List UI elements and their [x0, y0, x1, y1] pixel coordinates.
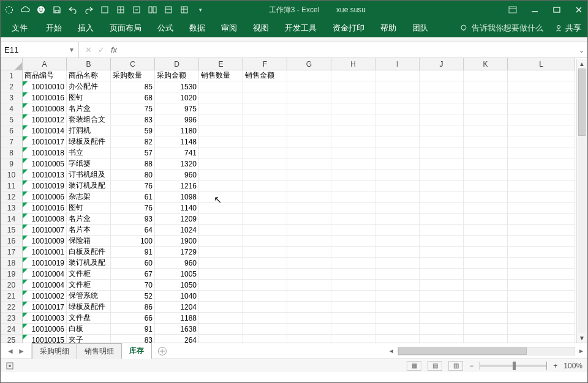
cell[interactable]: [331, 203, 375, 214]
cell[interactable]: 夹子: [67, 335, 111, 343]
cell[interactable]: 销售数量: [199, 70, 243, 81]
sheet-next-icon[interactable]: ►: [18, 347, 25, 355]
cell[interactable]: 1188: [155, 313, 199, 324]
cell[interactable]: [508, 236, 575, 247]
cell[interactable]: 91: [111, 247, 155, 258]
cell[interactable]: [375, 125, 420, 136]
cell[interactable]: [508, 147, 575, 158]
cell[interactable]: [420, 180, 464, 192]
cell[interactable]: [287, 324, 331, 335]
tab-help[interactable]: 帮助: [378, 19, 399, 37]
zoom-slider[interactable]: [480, 365, 547, 367]
cell[interactable]: [287, 169, 331, 180]
cell[interactable]: [464, 169, 508, 180]
cell[interactable]: [331, 192, 375, 203]
cell[interactable]: [243, 258, 287, 269]
cell[interactable]: [508, 313, 575, 324]
cell[interactable]: [243, 147, 287, 158]
cell[interactable]: [331, 236, 375, 247]
cell[interactable]: 10010010: [23, 81, 67, 92]
fx-icon[interactable]: fx: [111, 45, 121, 54]
cell[interactable]: [199, 258, 243, 269]
col-header-L[interactable]: L: [508, 58, 575, 70]
cell[interactable]: [199, 158, 243, 169]
row-header-21[interactable]: 21: [1, 291, 23, 302]
col-header-D[interactable]: D: [155, 58, 199, 70]
cell[interactable]: 10010019: [23, 180, 67, 192]
cell[interactable]: [243, 114, 287, 125]
cell[interactable]: 88: [111, 158, 155, 169]
row-header-24[interactable]: 24: [1, 324, 23, 335]
cell[interactable]: 文件盘: [67, 313, 111, 324]
cell[interactable]: [331, 158, 375, 169]
cell[interactable]: [375, 114, 420, 125]
cell[interactable]: [420, 313, 464, 324]
cell[interactable]: [375, 136, 420, 147]
share-button[interactable]: 共享: [554, 23, 581, 34]
cell[interactable]: [331, 114, 375, 125]
cell[interactable]: 10010004: [23, 280, 67, 291]
tab-team[interactable]: 团队: [410, 19, 431, 37]
cell[interactable]: 996: [155, 114, 199, 125]
cell[interactable]: [420, 236, 464, 247]
cell[interactable]: 64: [111, 225, 155, 236]
cell[interactable]: [287, 280, 331, 291]
cell[interactable]: [331, 280, 375, 291]
cell[interactable]: [508, 114, 575, 125]
cell[interactable]: 1638: [155, 324, 199, 335]
formula-input[interactable]: [127, 42, 575, 58]
cell[interactable]: [375, 169, 420, 180]
row-header-5[interactable]: 5: [1, 114, 23, 125]
cell[interactable]: [508, 70, 575, 81]
cell[interactable]: [243, 136, 287, 147]
cell[interactable]: [287, 147, 331, 158]
cell[interactable]: 1180: [155, 125, 199, 136]
cell[interactable]: [199, 92, 243, 103]
vertical-scrollbar[interactable]: ▲ ▼: [576, 59, 587, 343]
cell[interactable]: [420, 81, 464, 92]
cell[interactable]: [287, 313, 331, 324]
row-header-1[interactable]: 1: [1, 70, 23, 81]
cell[interactable]: [375, 258, 420, 269]
cell[interactable]: 装订机及配: [67, 180, 111, 192]
cell[interactable]: [199, 114, 243, 125]
cell[interactable]: 1209: [155, 214, 199, 225]
cell[interactable]: 93: [111, 214, 155, 225]
cell[interactable]: 82: [111, 136, 155, 147]
tab-view[interactable]: 视图: [251, 19, 271, 37]
name-box[interactable]: E11 ▼: [1, 42, 79, 58]
cell[interactable]: [199, 125, 243, 136]
row-header-8[interactable]: 8: [1, 147, 23, 158]
cell[interactable]: [331, 125, 375, 136]
cell[interactable]: [508, 302, 575, 313]
cell[interactable]: [287, 302, 331, 313]
cell[interactable]: 打洞机: [67, 125, 111, 136]
row-header-7[interactable]: 7: [1, 136, 23, 147]
row-header-10[interactable]: 10: [1, 169, 23, 180]
cell[interactable]: 10010009: [23, 236, 67, 247]
cell[interactable]: [331, 147, 375, 158]
row-header-16[interactable]: 16: [1, 236, 23, 247]
cell[interactable]: [199, 324, 243, 335]
cell[interactable]: [331, 258, 375, 269]
cell[interactable]: [375, 147, 420, 158]
qat-icon-6[interactable]: [179, 5, 189, 15]
cell[interactable]: [243, 81, 287, 92]
col-header-G[interactable]: G: [287, 58, 331, 70]
cell[interactable]: 1729: [155, 247, 199, 258]
cell[interactable]: 10010005: [23, 158, 67, 169]
cell[interactable]: [331, 225, 375, 236]
sheet-tab-purchases[interactable]: 采购明细: [32, 343, 77, 359]
cloud-icon[interactable]: [20, 5, 30, 15]
cell[interactable]: 75: [111, 103, 155, 114]
cell[interactable]: 1140: [155, 203, 199, 214]
cell[interactable]: [420, 247, 464, 258]
cell[interactable]: 10010006: [23, 324, 67, 335]
cancel-formula-icon[interactable]: ✕: [85, 45, 92, 54]
cell[interactable]: [287, 192, 331, 203]
cell[interactable]: [287, 81, 331, 92]
row-header-6[interactable]: 6: [1, 125, 23, 136]
cell[interactable]: 套装组合文: [67, 114, 111, 125]
cells-area[interactable]: 商品编号商品名称采购数量采购金额销售数量销售金额10010010办公配件8515…: [23, 70, 576, 343]
cell[interactable]: [199, 247, 243, 258]
